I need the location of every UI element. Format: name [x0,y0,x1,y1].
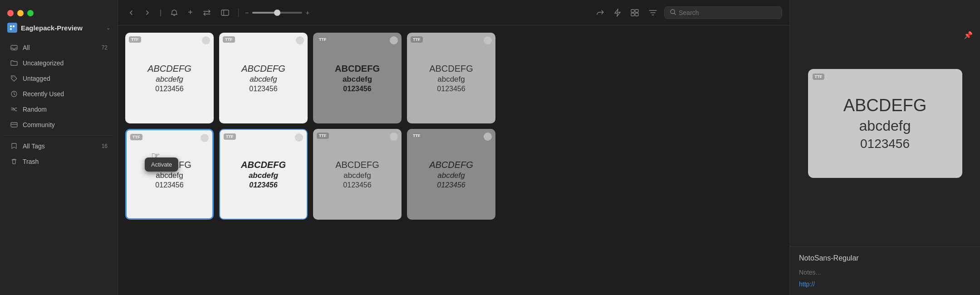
lightning-button[interactable] [612,7,623,19]
sidebar-item-all-tags[interactable]: All Tags 16 [3,139,115,153]
svg-rect-3 [10,28,12,30]
large-ttf-badge: TTF [813,74,825,80]
large-preview-content: ABCDEFG abcdefg 0123456 [843,94,927,152]
ttf-badge-6: TTF [224,133,236,140]
sidebar-label-random: Random [23,106,47,113]
forward-button[interactable] [142,8,153,18]
app-icon [7,23,17,33]
svg-rect-11 [635,10,638,12]
sidebar: Eaglepack-Preview ⌄ All 72 Uncategorized [0,0,118,295]
toolbar-divider [238,8,239,17]
font-card-5[interactable]: TTF ABCDEFG abcdefg 0123456 ☞ Activate [125,129,214,220]
font-card-content-7: ABCDEFG abcdefg 0123456 [331,154,384,195]
font-card-3[interactable]: TTF ABCDEFG abcdefg 0123456 [313,33,402,123]
sidebar-divider [5,135,113,136]
search-box[interactable] [664,6,782,19]
ttf-badge-3: TTF [317,36,329,43]
sidebar-count-all: 72 [102,44,108,51]
bell-button[interactable] [168,7,181,18]
large-font-preview: TTF ABCDEFG abcdefg 0123456 [808,69,962,178]
filter-button[interactable] [646,8,660,18]
sidebar-item-random[interactable]: Random [3,102,115,117]
font-card-content-6: ABCDEFG abcdefg 0123456 [236,154,290,195]
font-card-4[interactable]: TTF ABCDEFG abcdefg 0123456 [407,33,495,123]
font-card-content-8: ABCDEFG abcdefg 0123456 [425,154,478,195]
font-card-8[interactable]: TTF ABCDEFG abcdefg 0123456 [407,129,495,220]
right-panel-info: NotoSans-Regular http:// [790,246,980,295]
ttf-badge-5: TTF [130,134,142,140]
sidebar-label-all-tags: All Tags [23,143,45,150]
maximize-button[interactable] [27,10,34,16]
swap-button[interactable] [200,8,214,18]
font-card-7[interactable]: TTF ABCDEFG abcdefg 0123456 [313,129,402,220]
slider-track[interactable] [252,12,302,14]
circle-btn-7[interactable] [390,133,398,141]
pin-area: 📌 [964,31,973,39]
clock-icon [10,90,18,98]
tag-icon [10,74,18,83]
font-card-2[interactable]: TTF ABCDEFG abcdefg 0123456 [219,33,308,123]
svg-rect-1 [10,25,12,27]
activate-popup: Activate [145,157,178,172]
activate-label: Activate [151,161,172,168]
font-card-1[interactable]: TTF ABCDEFG abcdefg 0123456 [125,33,214,123]
svg-rect-7 [11,123,17,127]
svg-rect-10 [631,10,634,12]
sidebar-header[interactable]: Eaglepack-Preview ⌄ [0,19,118,40]
add-button[interactable]: + [185,6,196,19]
chevron-down-icon: ⌄ [106,25,110,31]
font-card-6[interactable]: TTF ABCDEFG abcdefg 0123456 [219,129,308,220]
sidebar-item-all[interactable]: All 72 [3,40,115,55]
svg-point-5 [12,77,13,78]
pin-icon[interactable]: 📌 [964,31,973,39]
cursor-icon: ☞ [151,150,160,162]
community-icon [10,121,18,129]
url-label[interactable]: http:// [799,280,971,288]
inbox-icon [10,44,18,52]
minus-icon: − [245,9,249,16]
folder-icon [10,59,18,67]
large-preview-line2: abcdefg [843,117,927,136]
notes-input[interactable] [799,269,971,276]
sidebar-label-untagged: Untagged [23,75,50,82]
sidebar-label-uncategorized: Uncategorized [23,59,64,67]
share-button[interactable] [593,7,607,18]
circle-btn-5[interactable] [201,134,209,142]
font-card-content-1: ABCDEFG abcdefg 0123456 [143,58,196,98]
font-card-content-3: ABCDEFG abcdefg 0123456 [330,58,384,98]
sidebar-item-trash[interactable]: Trash [3,154,115,169]
ttf-badge-2: TTF [223,36,235,43]
sidebar-item-recently-used[interactable]: Recently Used [3,87,115,101]
svg-rect-13 [635,13,638,16]
svg-rect-12 [631,13,634,16]
circle-btn-3[interactable] [390,36,398,44]
sidebar-toggle-button[interactable] [218,8,232,18]
circle-btn-4[interactable] [484,36,492,44]
toolbar: | + − + [118,0,789,25]
app-title: Eaglepack-Preview [21,24,103,32]
search-input[interactable] [679,9,776,16]
size-slider[interactable]: − + [245,9,309,16]
ttf-badge-7: TTF [317,133,329,139]
font-name-label: NotoSans-Regular [799,254,971,262]
view-grid-button[interactable] [628,7,642,18]
sidebar-item-uncategorized[interactable]: Uncategorized [3,56,115,70]
circle-btn-2[interactable] [296,36,304,44]
traffic-lights [0,5,118,19]
minimize-button[interactable] [17,10,24,16]
sidebar-item-community[interactable]: Community [3,118,115,132]
close-button[interactable] [7,10,14,16]
svg-rect-2 [13,25,15,27]
main-content: | + − + [118,0,789,295]
circle-btn-1[interactable] [202,36,210,44]
sidebar-item-untagged[interactable]: Untagged [3,71,115,86]
font-card-content-2: ABCDEFG abcdefg 0123456 [237,58,290,98]
large-preview-line3: 0123456 [843,136,927,152]
circle-btn-6[interactable] [295,133,303,142]
trash-icon [10,157,18,166]
plus-icon: + [306,9,309,16]
svg-rect-0 [9,25,15,31]
back-button[interactable] [125,8,137,18]
sidebar-label-community: Community [23,121,55,128]
circle-btn-8[interactable] [484,133,492,141]
